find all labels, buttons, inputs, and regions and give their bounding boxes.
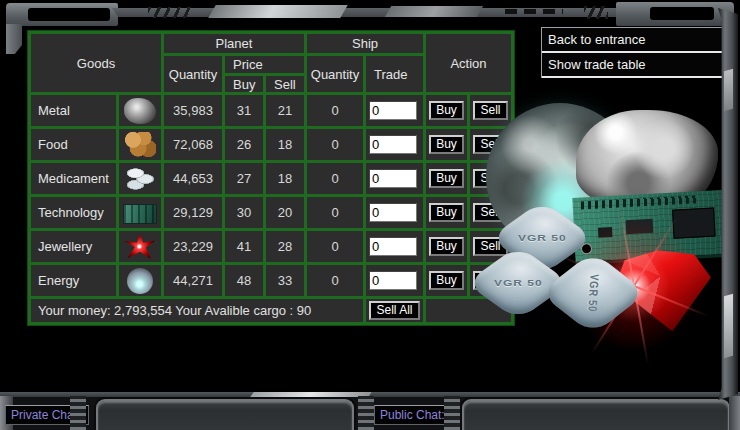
buy-price: 27 — [225, 163, 263, 194]
ship-quantity: 0 — [307, 231, 363, 262]
top-frame-vents — [505, 9, 563, 14]
private-chat-panel[interactable] — [96, 399, 354, 430]
circuit-chip — [672, 208, 715, 239]
pill-imprint-text: VGR 50 — [494, 278, 543, 288]
bottom-frame-right-cap — [729, 396, 740, 430]
buy-button[interactable]: Buy — [429, 237, 464, 256]
table-row-medicament: Medicament 44,653 27 18 0 Buy Sell — [31, 163, 511, 194]
public-chat-panel[interactable] — [462, 399, 730, 430]
top-frame-hash-marks — [148, 7, 192, 18]
bottom-frame-groove — [358, 396, 374, 430]
planet-quantity: 44,653 — [164, 163, 222, 194]
buy-button[interactable]: Buy — [429, 169, 464, 188]
goods-name: Medicament — [31, 163, 116, 194]
buy-button[interactable]: Buy — [429, 135, 464, 154]
table-row-jewellery: Jewellery 23,229 41 28 0 Buy Sell — [31, 231, 511, 262]
goods-name: Metal — [31, 95, 116, 126]
jewellery-gem-icon — [124, 234, 156, 260]
table-footer-row: Your money: 2,793,554 Your Avalible carg… — [31, 299, 511, 322]
price-header: Price — [225, 56, 304, 73]
ship-quantity-header: Quantity — [307, 56, 363, 92]
food-icon — [124, 132, 156, 158]
metal-ore-icon — [124, 98, 156, 124]
sell-price: 28 — [266, 231, 304, 262]
planet-quantity: 29,129 — [164, 197, 222, 228]
buy-price-header: Buy — [225, 76, 263, 92]
bottom-frame-groove — [444, 396, 460, 430]
goods-header: Goods — [31, 34, 161, 92]
table-row-energy: Energy 44,271 48 33 0 Buy Sell — [31, 265, 511, 296]
trade-input[interactable] — [369, 271, 417, 290]
header-row: Goods Planet Ship Action — [31, 34, 511, 53]
goods-collage-image: VGR 50 VGR 50 VGR 50 — [480, 95, 730, 350]
planet-quantity: 35,983 — [164, 95, 222, 126]
buy-price: 30 — [225, 197, 263, 228]
table-row-food: Food 72,068 26 18 0 Buy Sell — [31, 129, 511, 160]
planet-quantity: 72,068 — [164, 129, 222, 160]
table-row-technology: Technology 29,129 30 20 0 Buy Sell — [31, 197, 511, 228]
sell-all-button[interactable]: Sell All — [369, 301, 419, 320]
pill-imprint-text: VGR 50 — [585, 274, 602, 312]
planet-quantity-header: Quantity — [164, 56, 222, 92]
money-cargo-summary: Your money: 2,793,554 Your Avalible carg… — [31, 299, 363, 322]
goods-name: Food — [31, 129, 116, 160]
top-frame-highlight-segment — [208, 5, 348, 18]
planet-header: Planet — [164, 34, 304, 53]
right-strip-highlight — [724, 69, 733, 111]
top-frame-left-stub — [6, 24, 22, 54]
top-frame-mid-segment — [385, 6, 483, 17]
ship-quantity: 0 — [307, 95, 363, 126]
buy-button[interactable]: Buy — [429, 101, 464, 120]
ship-quantity: 0 — [307, 163, 363, 194]
buy-price: 41 — [225, 231, 263, 262]
buy-button[interactable]: Buy — [429, 203, 464, 222]
sell-price: 20 — [266, 197, 304, 228]
planet-quantity: 23,229 — [164, 231, 222, 262]
planet-quantity: 44,271 — [164, 265, 222, 296]
bottom-frame-groove — [70, 396, 86, 430]
trade-input[interactable] — [369, 203, 417, 222]
circuit-chip — [626, 219, 654, 234]
ship-quantity: 0 — [307, 197, 363, 228]
pill-imprint-text: VGR 50 — [518, 233, 567, 243]
circuit-chip — [598, 227, 613, 238]
buy-price: 48 — [225, 265, 263, 296]
ship-header: Ship — [307, 34, 423, 53]
ship-quantity: 0 — [307, 129, 363, 160]
energy-orb-icon — [127, 268, 153, 294]
buy-price: 31 — [225, 95, 263, 126]
show-trade-table-button[interactable]: Show trade table — [542, 53, 728, 78]
sell-price: 18 — [266, 163, 304, 194]
ship-quantity: 0 — [307, 265, 363, 296]
back-to-entrance-button[interactable]: Back to entrance — [542, 28, 728, 53]
sell-price: 21 — [266, 95, 304, 126]
trade-input[interactable] — [369, 101, 417, 120]
right-strip-highlight — [724, 294, 733, 358]
goods-name: Jewellery — [31, 231, 116, 262]
public-chat-label: Public Chat: — [374, 405, 452, 425]
trade-input[interactable] — [369, 169, 417, 188]
buy-button[interactable]: Buy — [429, 271, 464, 290]
sell-price: 18 — [266, 129, 304, 160]
goods-name: Technology — [31, 197, 116, 228]
goods-name: Energy — [31, 265, 116, 296]
top-frame-left-notch — [28, 8, 110, 21]
trade-header: Trade — [366, 56, 423, 92]
buy-price: 26 — [225, 129, 263, 160]
trade-input[interactable] — [369, 135, 417, 154]
circuit-pins — [581, 195, 699, 209]
nav-panel: Back to entrance Show trade table — [541, 27, 729, 78]
trade-input[interactable] — [369, 237, 417, 256]
table-row-metal: Metal 35,983 31 21 0 Buy Sell — [31, 95, 511, 126]
sell-price-header: Sell — [266, 76, 304, 92]
sell-price: 33 — [266, 265, 304, 296]
top-frame-right-notch — [650, 7, 714, 20]
technology-circuit-icon — [123, 204, 157, 224]
trade-table: Goods Planet Ship Action Quantity Price … — [27, 30, 515, 326]
top-frame-hash-marks-right — [584, 6, 608, 19]
medicament-pills-icon — [124, 166, 156, 192]
action-header: Action — [426, 34, 511, 92]
